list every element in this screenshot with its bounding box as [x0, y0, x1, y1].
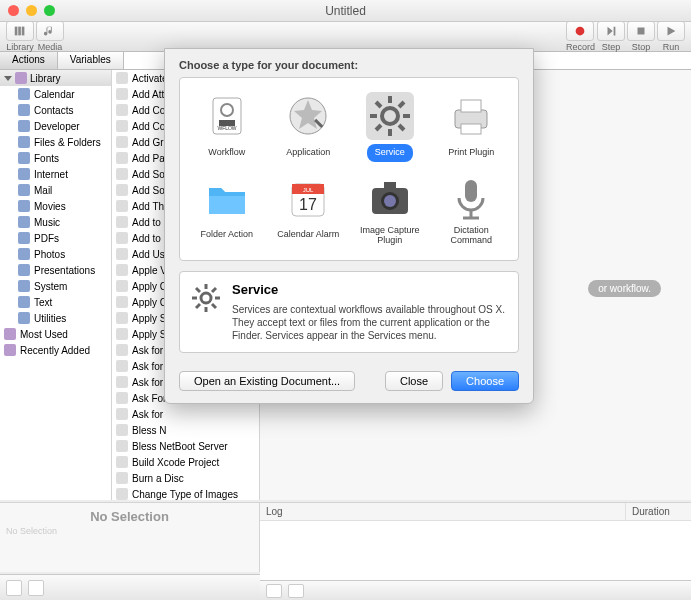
sidebar-header-label: Library: [30, 73, 61, 84]
log-view-1[interactable]: [266, 584, 282, 598]
svg-point-12: [382, 108, 398, 124]
folder-icon: [18, 168, 30, 180]
sidebar-item[interactable]: Contacts: [0, 102, 111, 118]
action-label: Apply C: [132, 281, 167, 292]
action-label: Apply S: [132, 329, 166, 340]
action-label: Ask For: [132, 393, 166, 404]
type-imagecapture[interactable]: Image Capture Plugin: [349, 170, 431, 250]
action-icon: [116, 248, 128, 260]
log-header-duration[interactable]: Duration: [626, 503, 691, 520]
footer-btn-2[interactable]: [28, 580, 44, 596]
type-label: Image Capture Plugin: [351, 226, 429, 246]
type-label: Folder Action: [200, 226, 253, 244]
type-folderaction[interactable]: Folder Action: [186, 170, 268, 250]
log-view-2[interactable]: [288, 584, 304, 598]
titlebar: Untitled: [0, 0, 691, 22]
run-button[interactable]: [657, 21, 685, 41]
action-item[interactable]: Bless NetBoot Server: [112, 438, 259, 454]
sidebar-item[interactable]: Movies: [0, 198, 111, 214]
dialog-prompt: Choose a type for your document:: [165, 49, 533, 77]
sidebar-item[interactable]: Most Used: [0, 326, 111, 342]
svg-rect-1: [18, 27, 21, 36]
action-icon: [116, 216, 128, 228]
service-icon: [366, 92, 414, 140]
sidebar-item[interactable]: Developer: [0, 118, 111, 134]
sidebar-item-label: Files & Folders: [34, 137, 101, 148]
application-icon: [284, 92, 332, 140]
svg-rect-22: [461, 100, 481, 112]
sidebar-item[interactable]: Photos: [0, 246, 111, 262]
record-button[interactable]: [566, 21, 594, 41]
sidebar-item-label: Mail: [34, 185, 52, 196]
action-icon: [116, 200, 128, 212]
library-button[interactable]: [6, 21, 34, 41]
tab-variables[interactable]: Variables: [58, 52, 124, 69]
sidebar-item-label: Developer: [34, 121, 80, 132]
smart-folder-icon: [4, 328, 16, 340]
action-icon: [116, 376, 128, 388]
action-label: Bless NetBoot Server: [132, 441, 228, 452]
footer-btn-1[interactable]: [6, 580, 22, 596]
action-item[interactable]: Burn a Disc: [112, 470, 259, 486]
media-button[interactable]: [36, 21, 64, 41]
action-label: Build Xcode Project: [132, 457, 219, 468]
folder-icon: [18, 248, 30, 260]
action-icon: [116, 424, 128, 436]
gear-icon: [190, 282, 222, 314]
action-icon: [116, 136, 128, 148]
sidebar-item[interactable]: Utilities: [0, 310, 111, 326]
action-icon: [116, 120, 128, 132]
sidebar-item[interactable]: Fonts: [0, 150, 111, 166]
sidebar-item[interactable]: Text: [0, 294, 111, 310]
action-icon: [116, 344, 128, 356]
type-workflow[interactable]: WFLOWWorkflow: [186, 88, 268, 166]
action-item[interactable]: Change Type of Images: [112, 486, 259, 500]
svg-text:17: 17: [299, 196, 317, 213]
sidebar-header-library[interactable]: Library: [0, 70, 111, 86]
action-item[interactable]: Bless N: [112, 422, 259, 438]
choose-button[interactable]: Choose: [451, 371, 519, 391]
action-item[interactable]: Build Xcode Project: [112, 454, 259, 470]
action-label: Add Co: [132, 121, 165, 132]
sidebar-item[interactable]: Files & Folders: [0, 134, 111, 150]
sidebar-item[interactable]: System: [0, 278, 111, 294]
type-dictation[interactable]: Dictation Command: [431, 170, 513, 250]
folder-icon: [18, 280, 30, 292]
step-button[interactable]: [597, 21, 625, 41]
type-service[interactable]: Service: [349, 88, 431, 166]
svg-line-42: [212, 288, 216, 292]
action-label: Activate: [132, 73, 168, 84]
sidebar-item-label: Presentations: [34, 265, 95, 276]
log-header-log[interactable]: Log: [260, 503, 626, 520]
svg-rect-0: [15, 27, 18, 36]
sidebar-item[interactable]: PDFs: [0, 230, 111, 246]
open-existing-button[interactable]: Open an Existing Document...: [179, 371, 355, 391]
folder-icon: [18, 152, 30, 164]
inspector-panel: No Selection No Selection: [0, 502, 260, 572]
close-button[interactable]: Close: [385, 371, 443, 391]
sidebar-item-label: System: [34, 281, 67, 292]
disclosure-triangle-icon[interactable]: [4, 76, 12, 81]
sidebar-item[interactable]: Presentations: [0, 262, 111, 278]
sidebar-item[interactable]: Recently Added: [0, 342, 111, 358]
stop-button[interactable]: [627, 21, 655, 41]
sidebar-item[interactable]: Calendar: [0, 86, 111, 102]
action-item[interactable]: Ask for: [112, 406, 259, 422]
type-application[interactable]: Application: [268, 88, 350, 166]
type-printplugin[interactable]: Print Plugin: [431, 88, 513, 166]
sidebar-item[interactable]: Internet: [0, 166, 111, 182]
svg-point-35: [201, 293, 211, 303]
action-icon: [116, 232, 128, 244]
sidebar-item[interactable]: Mail: [0, 182, 111, 198]
svg-rect-23: [461, 124, 481, 134]
type-label: Application: [286, 144, 330, 162]
tab-actions[interactable]: Actions: [0, 52, 58, 69]
sidebar-item[interactable]: Music: [0, 214, 111, 230]
sidebar-item-label: Contacts: [34, 105, 73, 116]
record-label: Record: [566, 42, 595, 52]
action-icon: [116, 184, 128, 196]
type-calendaralarm[interactable]: JUL17Calendar Alarm: [268, 170, 350, 250]
folder-icon: [18, 264, 30, 276]
sidebar-item-label: Internet: [34, 169, 68, 180]
action-label: Bless N: [132, 425, 166, 436]
